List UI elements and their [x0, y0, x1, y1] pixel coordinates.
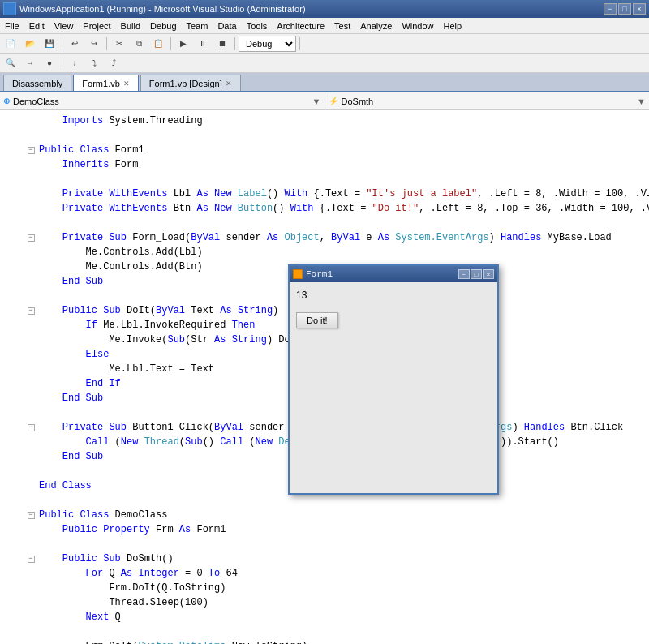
expand	[24, 625, 37, 639]
code-line-dosmth: − Public Sub DoSmth()	[0, 552, 649, 566]
gutter	[0, 362, 24, 376]
class-dropdown[interactable]: ⊕ DemoClass ▼	[0, 92, 325, 109]
menu-tools[interactable]: Tools	[242, 18, 273, 33]
form1-do-it-button[interactable]: Do it!	[296, 312, 338, 328]
tab-disassembly-label: Disassembly	[12, 79, 62, 88]
sep5	[299, 37, 300, 50]
menu-help[interactable]: Help	[439, 18, 467, 33]
menu-architecture[interactable]: Architecture	[272, 18, 329, 33]
class-name: DemoClass	[13, 97, 59, 106]
expand	[24, 128, 37, 143]
minimize-button[interactable]: −	[604, 3, 617, 15]
tb-breakpoint[interactable]: ●	[41, 55, 58, 71]
collapse-btn[interactable]: −	[28, 556, 35, 563]
tb-step-in[interactable]: ↓	[66, 55, 84, 71]
collapse-btn[interactable]: −	[28, 424, 35, 431]
gutter	[0, 479, 24, 493]
gutter	[0, 157, 24, 172]
debug-config-dropdown[interactable]: Debug Release	[239, 36, 296, 52]
form1-maximize[interactable]: □	[471, 269, 482, 279]
class-dropdown-arrow: ▼	[312, 97, 321, 106]
line-content: For Q As Integer = 0 To 64	[37, 566, 649, 581]
expand	[24, 493, 37, 508]
tb-goto[interactable]: →	[21, 55, 39, 71]
menu-window[interactable]: Window	[397, 18, 438, 33]
tb-paste[interactable]: 📋	[149, 36, 167, 52]
menu-edit[interactable]: Edit	[24, 18, 49, 33]
tab-disassembly[interactable]: Disassembly	[3, 75, 71, 91]
sep2	[106, 37, 107, 50]
menu-team[interactable]: Team	[182, 18, 213, 33]
tb-save[interactable]: 💾	[41, 36, 58, 52]
tab-form1vb[interactable]: Form1.vb ✕	[73, 75, 138, 91]
form1-title-bar: Form1 − □ ×	[290, 266, 497, 282]
menu-analyze[interactable]: Analyze	[355, 18, 397, 33]
tb-find[interactable]: 🔍	[2, 55, 19, 71]
menu-project[interactable]: Project	[78, 18, 115, 33]
main-content: Imports System.Threading − Public Class …	[0, 110, 649, 644]
tb-redo[interactable]: ↪	[85, 36, 103, 52]
method-icon: ⚡	[329, 97, 338, 105]
tab-form1design-close[interactable]: ✕	[226, 79, 232, 88]
form1-close[interactable]: ×	[483, 269, 494, 279]
gutter	[0, 187, 24, 201]
gutter	[0, 128, 24, 143]
menu-file[interactable]: File	[0, 18, 24, 33]
code-line-democlass: − Public Class DemoClass	[0, 508, 649, 522]
expand	[24, 362, 37, 376]
sep6	[62, 57, 62, 70]
tb-open[interactable]: 📂	[21, 36, 39, 52]
tb-undo[interactable]: ↩	[66, 36, 84, 52]
tb-pause[interactable]: ⏸	[194, 36, 212, 52]
window-controls: − □ ×	[604, 3, 646, 15]
code-line-blank8	[0, 537, 649, 552]
method-dropdown[interactable]: ⚡ DoSmth ▼	[325, 92, 650, 109]
tb-stop[interactable]: ⏹	[213, 36, 231, 52]
maximize-button[interactable]: □	[618, 3, 631, 15]
form1-icon	[293, 269, 303, 279]
gutter	[0, 303, 24, 318]
tb-cut[interactable]: ✂	[110, 36, 128, 52]
code-line-class1: − Public Class Form1	[0, 143, 649, 157]
expand: −	[24, 230, 37, 245]
expand	[24, 464, 37, 479]
menu-test[interactable]: Test	[329, 18, 355, 33]
window-title: WindowsApplication1 (Running) - Microsof…	[19, 4, 604, 14]
gutter	[0, 274, 24, 289]
expand	[24, 610, 37, 625]
code-line-addlbl: Me.Controls.Add(Lbl)	[0, 245, 649, 260]
expand: −	[24, 420, 37, 435]
form1-label: 13	[296, 289, 491, 303]
tb-copy[interactable]: ⧉	[130, 36, 148, 52]
expand	[24, 479, 37, 493]
expand	[24, 157, 37, 172]
line-content: Next Q	[37, 610, 649, 625]
gutter	[0, 537, 24, 552]
menu-data[interactable]: Data	[213, 18, 241, 33]
code-editor[interactable]: Imports System.Threading − Public Class …	[0, 110, 649, 644]
tb-start[interactable]: ▶	[174, 36, 192, 52]
tab-form1vb-label: Form1.vb	[82, 79, 119, 88]
line-content	[37, 216, 649, 230]
collapse-btn[interactable]: −	[28, 307, 35, 315]
gutter	[0, 435, 24, 449]
form1-minimize[interactable]: −	[458, 269, 470, 279]
menu-view[interactable]: View	[49, 18, 79, 33]
form1-body: 13 Do it!	[290, 282, 497, 493]
menu-debug[interactable]: Debug	[145, 18, 181, 33]
collapse-btn[interactable]: −	[28, 512, 35, 519]
gutter	[0, 566, 24, 581]
tb-step-over[interactable]: ⤵	[85, 55, 103, 71]
collapse-btn[interactable]: −	[28, 147, 35, 154]
tab-form1design[interactable]: Form1.vb [Design] ✕	[140, 75, 241, 91]
expand: −	[24, 303, 37, 318]
close-button[interactable]: ×	[633, 3, 646, 15]
gutter	[0, 376, 24, 391]
tab-form1vb-close[interactable]: ✕	[123, 79, 130, 88]
tb-step-out[interactable]: ⤴	[105, 55, 122, 71]
menu-build[interactable]: Build	[116, 18, 145, 33]
expand	[24, 114, 37, 128]
sep4	[234, 37, 235, 50]
collapse-btn[interactable]: −	[28, 234, 35, 242]
tb-new[interactable]: 📄	[2, 36, 19, 52]
